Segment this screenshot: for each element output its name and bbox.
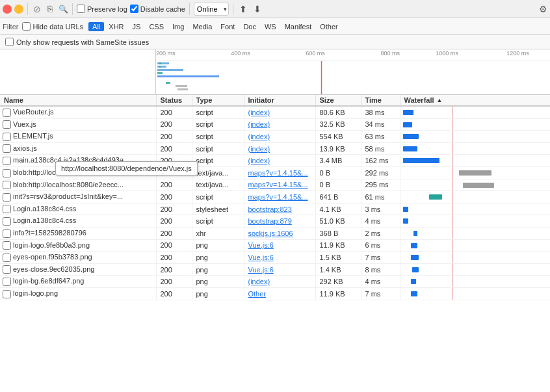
row-waterfall [400,215,550,228]
header-waterfall[interactable]: Waterfall ▲ [400,95,550,106]
filter-type-font[interactable]: Font [216,22,239,31]
filter-type-all[interactable]: All [88,22,104,31]
throttle-select-wrap: Online [194,3,229,16]
hide-data-urls-wrap[interactable]: Hide data URLs [22,22,83,31]
row-checkbox[interactable] [3,265,11,274]
row-time: 7 ms [361,287,400,300]
preserve-log-checkbox[interactable] [77,5,85,13]
filter-type-other[interactable]: Other [316,22,342,31]
filter-types: All XHR JS CSS Img Media Font Doc WS Man… [88,22,342,31]
filter-type-css[interactable]: CSS [145,22,168,31]
header-status[interactable]: Status [156,95,192,106]
row-initiator[interactable]: bootstrap:823 [244,203,315,215]
table-row[interactable]: login-logo.png200pngOther11.9 KB7 ms [0,287,550,300]
row-status: 200 [156,287,192,300]
row-checkbox[interactable] [3,278,11,286]
row-initiator[interactable]: (index) [244,118,315,131]
row-initiator[interactable]: Other [244,287,315,300]
tooltip-text: http://localhost:8080/dependence/Vuex.js [61,164,192,172]
export-button[interactable]: ⬇ [252,3,263,15]
row-initiator[interactable]: (index) [244,131,315,143]
row-checkbox[interactable] [3,120,11,129]
search-icon[interactable]: 🔍 [58,4,68,14]
row-checkbox[interactable] [3,254,11,262]
waterfall-vline [452,264,453,276]
row-initiator[interactable]: (index) [244,106,315,118]
row-checkbox[interactable] [3,193,11,202]
no-entry-icon[interactable]: ⊘ [32,4,42,14]
close-button[interactable] [3,5,12,14]
row-checkbox[interactable] [3,144,11,153]
waterfall-bar [429,194,442,200]
header-size[interactable]: Size [315,95,361,106]
network-table-wrap[interactable]: Name Status Type Initiator Size Time Wat… [0,95,550,392]
table-row[interactable]: ELEMENT.js200script(index)554 KB63 ms [0,131,550,143]
throttle-select[interactable]: Online [194,3,229,16]
header-name[interactable]: Name [0,95,156,106]
filter-type-doc[interactable]: Doc [239,22,260,31]
row-checkbox[interactable] [3,229,11,238]
header-time[interactable]: Time [361,95,400,106]
table-row[interactable]: info?t=1582598280796200xhrsockjs.js:1606… [0,227,550,239]
row-checkbox[interactable] [3,181,11,189]
row-initiator[interactable]: Vue.js:6 [244,263,315,276]
row-initiator[interactable]: maps?v=1.4.15&... [244,166,315,179]
row-status: 200 [156,118,192,131]
row-checkbox[interactable] [3,241,11,250]
table-row[interactable]: login-logo.9fe8b0a3.png200pngVue.js:611.… [0,239,550,252]
row-name: ELEMENT.js [13,132,53,140]
separator4 [233,3,233,15]
minimize-button[interactable] [14,5,23,14]
settings-button[interactable]: ⚙ [539,4,547,14]
row-size: 0 B [315,166,361,179]
filter-type-xhr[interactable]: XHR [105,22,127,31]
row-time: 63 ms [361,131,400,143]
waterfall-bar [403,110,413,115]
table-row[interactable]: login-bg.6e8df647.png200png(index)292 KB… [0,276,550,288]
filter-type-manifest[interactable]: Manifest [281,22,316,31]
waterfall-vline [452,167,453,179]
row-initiator[interactable]: (index) [244,276,315,288]
row-type: stylesheet [192,203,244,215]
filter-icon[interactable]: ⎘ [45,4,55,14]
table-row[interactable]: axios.js200script(index)13.9 KB58 ms [0,142,550,155]
waterfall-bar [403,158,439,163]
row-initiator[interactable]: bootstrap:879 [244,215,315,228]
row-initiator[interactable]: (index) [244,155,315,167]
table-row[interactable]: init?s=rsv3&product=JsInit&key=...200scr… [0,191,550,203]
row-initiator[interactable]: (index) [244,142,315,155]
table-row[interactable]: Login.a138c8c4.css200stylesheetbootstrap… [0,203,550,215]
header-initiator[interactable]: Initiator [244,95,315,106]
table-row[interactable]: eyes-open.f95b3783.png200pngVue.js:61.5 … [0,252,550,264]
header-type[interactable]: Type [192,95,244,106]
hide-data-urls-checkbox[interactable] [22,22,31,31]
table-row[interactable]: eyes-close.9ec62035.png200pngVue.js:61.4… [0,263,550,276]
disable-cache-checkbox[interactable] [130,5,138,13]
table-row[interactable]: Vuex.js200script(index)32.5 KB34 ms [0,118,550,131]
row-initiator[interactable]: maps?v=1.4.15&... [244,179,315,191]
filter-type-js[interactable]: JS [129,22,145,31]
disable-cache-checkbox-wrap[interactable]: Disable cache [130,5,185,13]
table-row[interactable]: blob:http://localhost:8080/e2eecc...200t… [0,179,550,191]
row-initiator[interactable]: sockjs.js:1606 [244,227,315,239]
row-checkbox[interactable] [3,157,11,165]
row-checkbox[interactable] [3,217,11,226]
row-initiator[interactable]: Vue.js:6 [244,239,315,252]
table-row[interactable]: VueRouter.js200script(index)80.6 KB38 ms [0,106,550,118]
row-initiator[interactable]: Vue.js:6 [244,252,315,264]
row-checkbox[interactable] [3,133,11,141]
row-initiator[interactable]: maps?v=1.4.15&... [244,191,315,203]
row-checkbox[interactable] [3,169,11,177]
filter-type-img[interactable]: Img [168,22,188,31]
row-checkbox[interactable] [3,290,11,298]
filter-type-ws[interactable]: WS [261,22,280,31]
samesite-checkbox[interactable] [5,38,14,46]
row-checkbox[interactable] [3,109,11,117]
import-button[interactable]: ⬆ [237,3,249,15]
samesite-label: Only show requests with SameSite issues [16,38,149,46]
filter-type-media[interactable]: Media [189,22,216,31]
row-status: 200 [156,239,192,252]
preserve-log-checkbox-wrap[interactable]: Preserve log [77,5,127,13]
table-row[interactable]: Login.a138c8c4.css200scriptbootstrap:879… [0,215,550,228]
row-checkbox[interactable] [3,205,11,213]
